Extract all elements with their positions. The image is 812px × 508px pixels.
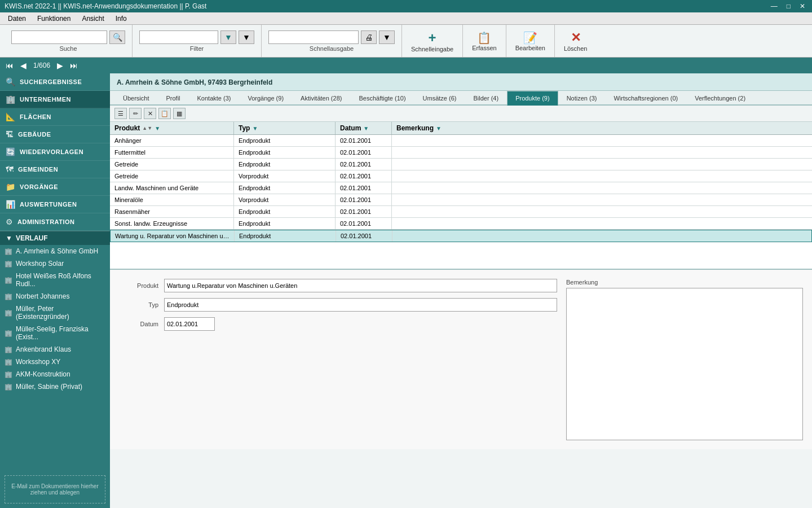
tab-beschaeftigte[interactable]: Beschäftigte (10)	[350, 91, 414, 106]
cell-datum: 02.01.2001	[336, 135, 392, 146]
table-row[interactable]: Landw. Maschinen und Geräte Endprodukt 0…	[110, 182, 812, 194]
table-row[interactable]: Futtermittel Endprodukt 02.01.2001	[110, 147, 812, 159]
verlauf-item-9[interactable]: 🏢 Müller, Sabine (Privat)	[0, 380, 110, 393]
schnelleingabe-label: Schnelleingabe	[411, 46, 453, 52]
tab-profil[interactable]: Profil	[157, 91, 188, 106]
verlauf-item-6[interactable]: 🏢 Ankenbrand Klaus	[0, 343, 110, 356]
filter-icon-btn[interactable]: ▼	[220, 30, 236, 44]
sidebar-item-flaechen[interactable]: 📐 FLÄCHEN	[0, 108, 110, 126]
menu-info[interactable]: Info	[110, 14, 133, 24]
cell-bemerkung	[392, 159, 812, 170]
filter-icon-produkt: ▼	[155, 125, 160, 132]
verlauf-item-2[interactable]: 🏢 Hotel Weißes Roß Alfons Rudl...	[0, 270, 110, 290]
company-icon-1: 🏢	[5, 260, 12, 268]
cell-datum: 02.01.2001	[336, 182, 392, 194]
table-row[interactable]: Wartung u. Reparatur von Maschinen u. Ge…	[110, 230, 812, 242]
verlauf-item-3[interactable]: 🏢 Norbert Johannes	[0, 290, 110, 303]
bearbeiten-icon: 📝	[523, 31, 537, 45]
cell-typ: Endprodukt	[234, 182, 336, 194]
verlauf-item-5[interactable]: 🏢 Müller-Seelig, Franziska (Exist...	[0, 323, 110, 343]
sidebar-item-gemeinden[interactable]: 🗺 GEMEINDEN	[0, 161, 110, 178]
sidebar-item-administration[interactable]: ⚙ ADMINISTRATION	[0, 213, 110, 231]
nav-next-button[interactable]: ▶	[54, 60, 67, 71]
verlauf-item-1[interactable]: 🏢 Workshop Solar	[0, 257, 110, 270]
sidebar-item-auswertungen[interactable]: 📊 AUSWERTUNGEN	[0, 196, 110, 213]
cell-produkt: Landw. Maschinen und Geräte	[110, 182, 234, 194]
table-row[interactable]: Getreide Vorprodukt 02.01.2001	[110, 170, 812, 182]
cell-produkt: Wartung u. Reparatur von Maschinen u. Ge…	[111, 230, 235, 242]
verlauf-item-0[interactable]: 🏢 A. Amrhein & Söhne GmbH	[0, 245, 110, 257]
tab-produkte[interactable]: Produkte (9)	[507, 91, 558, 106]
table-row[interactable]: Anhänger Endprodukt 02.01.2001	[110, 135, 812, 147]
col-header-datum[interactable]: Datum ▼	[336, 122, 392, 134]
table-tool-btn-0[interactable]: ☰	[114, 108, 127, 119]
search-input[interactable]	[11, 30, 107, 44]
typ-field[interactable]	[164, 298, 557, 312]
loeschen-section[interactable]: ✕ Löschen	[555, 25, 597, 57]
form-row-typ: Typ	[119, 298, 557, 312]
nav-last-button[interactable]: ⏭	[67, 60, 81, 71]
filter-dropdown-btn[interactable]: ▼	[239, 30, 254, 44]
produkt-label: Produkt	[119, 282, 158, 289]
table-tool-btn-3[interactable]: 📋	[158, 108, 171, 119]
tab-kontakte[interactable]: Kontakte (3)	[189, 91, 240, 106]
table-tool-btn-2[interactable]: ✕	[144, 108, 156, 119]
menu-ansicht[interactable]: Ansicht	[76, 14, 109, 24]
cell-typ: Endprodukt	[235, 230, 336, 242]
schnelleingabe-section[interactable]: + Schnelleingabe	[402, 25, 463, 57]
sidebar-item-gebaeude[interactable]: 🏗 GEBÄUDE	[0, 126, 110, 143]
schnellausgabe-input[interactable]	[268, 30, 359, 44]
table-row[interactable]: Mineralöle Vorprodukt 02.01.2001	[110, 194, 812, 206]
print-dropdown-btn[interactable]: ▼	[379, 30, 395, 44]
tab-vorgaenge[interactable]: Vorgänge (9)	[239, 91, 292, 106]
verlauf-item-4[interactable]: 🏢 Müller, Peter (Existenzgründer)	[0, 303, 110, 323]
datum-field[interactable]	[164, 317, 215, 331]
sidebar-item-suchergebnisse[interactable]: 🔍 SUCHERGEBNISSE	[0, 73, 110, 91]
company-icon-5: 🏢	[5, 330, 12, 337]
detail-remark: Bemerkung	[566, 279, 803, 440]
sidebar-item-vorgaenge[interactable]: 📁 VORGÄNGE	[0, 178, 110, 196]
search-label: Suche	[59, 45, 77, 52]
menu-funktionen[interactable]: Funktionen	[32, 14, 76, 24]
tab-verflechtungen[interactable]: Verflechtungen (2)	[686, 91, 754, 106]
cell-produkt: Rasenmäher	[110, 206, 234, 217]
table-row[interactable]: Getreide Endprodukt 02.01.2001	[110, 159, 812, 170]
verlauf-item-8[interactable]: 🏢 AKM-Konstruktion	[0, 368, 110, 380]
cell-produkt: Sonst. landw. Erzeugnisse	[110, 218, 234, 229]
tab-bilder[interactable]: Bilder (4)	[465, 91, 508, 106]
menu-daten[interactable]: Daten	[2, 14, 32, 24]
table-row[interactable]: Rasenmäher Endprodukt 02.01.2001	[110, 206, 812, 218]
table-tool-btn-1[interactable]: ✏	[129, 108, 142, 119]
table-body: Anhänger Endprodukt 02.01.2001 Futtermit…	[110, 135, 812, 242]
nav-prev-button[interactable]: ◀	[17, 60, 30, 71]
tab-uebersicht[interactable]: Übersicht	[114, 91, 157, 106]
nav-first-button[interactable]: ⏮	[2, 60, 17, 71]
tab-aktivitaeten[interactable]: Aktivitäten (28)	[292, 91, 350, 106]
company-icon-4: 🏢	[5, 309, 12, 317]
erfassen-section[interactable]: 📋 Erfassen	[463, 25, 506, 57]
col-header-produkt[interactable]: Produkt ▲▼ ▼	[110, 122, 234, 134]
cell-produkt: Mineralöle	[110, 194, 234, 205]
tab-umsaetze[interactable]: Umsätze (6)	[414, 91, 465, 106]
sidebar-item-unternehmen[interactable]: 🏢 UNTERNEHMEN	[0, 91, 110, 108]
sidebar-item-wiedervorlagen[interactable]: 🔄 WIEDERVORLAGEN	[0, 143, 110, 161]
filter-input[interactable]	[139, 30, 218, 44]
bearbeiten-section[interactable]: 📝 Bearbeiten	[506, 25, 555, 57]
filter-section: ▼ ▼ Filter	[133, 25, 262, 57]
maximize-button[interactable]: □	[784, 2, 793, 10]
bemerkung-textarea[interactable]	[566, 288, 803, 440]
minimize-button[interactable]: —	[769, 2, 780, 10]
erfassen-icon: 📋	[477, 31, 491, 45]
table-tool-btn-4[interactable]: ▦	[173, 108, 186, 119]
tab-notizen[interactable]: Notizen (3)	[558, 91, 606, 106]
col-header-typ[interactable]: Typ ▼	[234, 122, 336, 134]
verlauf-item-7[interactable]: 🏢 Worksshop XY	[0, 356, 110, 368]
col-header-bemerkung[interactable]: Bemerkung ▼	[392, 122, 812, 134]
close-button[interactable]: ✕	[797, 2, 807, 10]
tab-wirtschaftsregionen[interactable]: Wirtschaftsregionen (0)	[605, 91, 686, 106]
email-drop-zone[interactable]: E-Mail zum Dokumentieren hierher ziehen …	[5, 475, 105, 503]
print-button[interactable]: 🖨	[361, 30, 377, 44]
search-button[interactable]: 🔍	[109, 30, 125, 44]
produkt-field[interactable]	[164, 279, 557, 292]
table-row[interactable]: Sonst. landw. Erzeugnisse Endprodukt 02.…	[110, 218, 812, 230]
